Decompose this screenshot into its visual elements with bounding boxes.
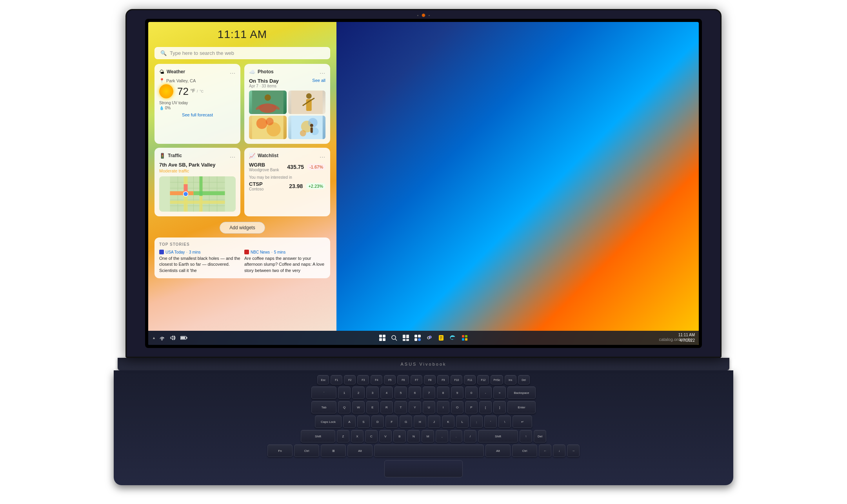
key-f[interactable]: F bbox=[385, 415, 398, 428]
key-f7[interactable]: F7 bbox=[411, 375, 422, 384]
key-arrow-left[interactable]: ← bbox=[539, 444, 551, 457]
key-0[interactable]: 0 bbox=[465, 386, 478, 399]
key-t[interactable]: T bbox=[394, 401, 407, 413]
key-arrow-right[interactable]: → bbox=[567, 444, 580, 457]
key-enter-2[interactable]: ↵ bbox=[513, 415, 532, 428]
key-s[interactable]: S bbox=[357, 415, 370, 428]
store-button[interactable] bbox=[460, 333, 469, 343]
key-k[interactable]: K bbox=[442, 415, 454, 428]
key-f11[interactable]: F11 bbox=[464, 375, 476, 384]
key-9[interactable]: 9 bbox=[451, 386, 463, 399]
key-8[interactable]: 8 bbox=[437, 386, 449, 399]
key-u[interactable]: U bbox=[423, 401, 435, 413]
key-backtick[interactable]: ` bbox=[311, 386, 336, 399]
key-d[interactable]: D bbox=[371, 415, 384, 428]
taskview-button[interactable] bbox=[401, 333, 411, 343]
key-shift-right[interactable]: Shift bbox=[478, 430, 518, 442]
start-button[interactable] bbox=[378, 333, 387, 343]
key-1[interactable]: 1 bbox=[338, 386, 351, 399]
taskbar-search-button[interactable] bbox=[389, 333, 399, 343]
key-c[interactable]: C bbox=[365, 430, 378, 442]
photo-thumb-1[interactable] bbox=[249, 91, 287, 114]
traffic-more-button[interactable]: ... bbox=[230, 152, 236, 159]
key-backslash[interactable]: \ bbox=[498, 415, 511, 428]
key-delete-2[interactable]: Del bbox=[534, 430, 546, 442]
notes-button[interactable] bbox=[436, 333, 446, 343]
search-bar[interactable]: 🔍 Type here to search the web bbox=[154, 47, 330, 59]
key-shift-left[interactable]: Shift bbox=[301, 430, 335, 442]
key-i[interactable]: I bbox=[437, 401, 449, 413]
key-minus[interactable]: - bbox=[479, 386, 492, 399]
key-v[interactable]: V bbox=[379, 430, 392, 442]
key-w[interactable]: W bbox=[352, 401, 365, 413]
watchlist-more-button[interactable]: ... bbox=[320, 152, 325, 159]
edge-browser-button[interactable] bbox=[448, 333, 458, 343]
photos-more-button[interactable]: ... bbox=[320, 69, 325, 75]
key-insert[interactable]: Ins bbox=[505, 375, 516, 384]
key-l[interactable]: L bbox=[456, 415, 469, 428]
touchpad[interactable] bbox=[384, 460, 463, 477]
photo-thumb-2[interactable] bbox=[288, 91, 326, 114]
story-item-2[interactable]: NBC News · 5 mins Are coffee naps the an… bbox=[244, 250, 325, 274]
key-f8[interactable]: F8 bbox=[424, 375, 436, 384]
key-2[interactable]: 2 bbox=[352, 386, 365, 399]
key-p[interactable]: P bbox=[465, 401, 478, 413]
key-q[interactable]: Q bbox=[338, 401, 351, 413]
key-f1[interactable]: F1 bbox=[331, 375, 342, 384]
key-f3[interactable]: F3 bbox=[357, 375, 369, 384]
volume-icon[interactable] bbox=[168, 333, 178, 343]
key-space[interactable] bbox=[374, 444, 484, 457]
key-arrow-up[interactable]: ↑ bbox=[520, 430, 532, 442]
key-alt-right[interactable]: Alt bbox=[485, 444, 511, 457]
photo-thumb-4[interactable] bbox=[288, 116, 326, 139]
key-f5[interactable]: F5 bbox=[384, 375, 396, 384]
key-rbracket[interactable]: ] bbox=[493, 401, 506, 413]
key-fn[interactable]: Fn bbox=[267, 444, 293, 457]
key-4[interactable]: 4 bbox=[380, 386, 393, 399]
key-g[interactable]: G bbox=[400, 415, 412, 428]
key-f2[interactable]: F2 bbox=[344, 375, 356, 384]
key-h[interactable]: H bbox=[414, 415, 426, 428]
weather-more-button[interactable]: ... bbox=[230, 69, 236, 75]
add-widgets-button[interactable]: Add widgets bbox=[220, 222, 265, 234]
key-equals[interactable]: = bbox=[493, 386, 506, 399]
key-n[interactable]: N bbox=[407, 430, 420, 442]
key-f4[interactable]: F4 bbox=[371, 375, 382, 384]
key-f6[interactable]: F6 bbox=[397, 375, 409, 384]
key-3[interactable]: 3 bbox=[366, 386, 379, 399]
key-period[interactable]: . bbox=[450, 430, 462, 442]
wifi-icon[interactable] bbox=[157, 333, 167, 343]
photos-see-all-link[interactable]: See all bbox=[312, 78, 325, 83]
key-e[interactable]: E bbox=[366, 401, 379, 413]
key-semicolon[interactable]: ; bbox=[470, 415, 483, 428]
key-r[interactable]: R bbox=[380, 401, 393, 413]
key-prtscr[interactable]: PrtSc bbox=[491, 375, 503, 384]
key-6[interactable]: 6 bbox=[409, 386, 421, 399]
key-delete[interactable]: Del bbox=[518, 375, 530, 384]
key-7[interactable]: 7 bbox=[423, 386, 435, 399]
key-f10[interactable]: F10 bbox=[451, 375, 462, 384]
taskbar-notification-arrow[interactable]: ▲ bbox=[152, 336, 156, 340]
key-a[interactable]: A bbox=[343, 415, 356, 428]
key-5[interactable]: 5 bbox=[394, 386, 407, 399]
key-j[interactable]: J bbox=[428, 415, 440, 428]
key-tab[interactable]: Tab bbox=[311, 401, 336, 413]
key-capslock[interactable]: Caps Lock bbox=[315, 415, 342, 428]
key-quote[interactable]: ' bbox=[484, 415, 497, 428]
key-f12[interactable]: F12 bbox=[477, 375, 489, 384]
key-lbracket[interactable]: [ bbox=[479, 401, 492, 413]
key-arrow-down[interactable]: ↓ bbox=[553, 444, 565, 457]
widgets-button[interactable] bbox=[413, 333, 422, 343]
key-z[interactable]: Z bbox=[337, 430, 349, 442]
key-slash[interactable]: / bbox=[464, 430, 476, 442]
key-enter[interactable]: Enter bbox=[507, 401, 536, 413]
key-m[interactable]: M bbox=[422, 430, 434, 442]
story-item-1[interactable]: USA Today · 3 mins One of the smallest b… bbox=[159, 250, 240, 274]
key-esc[interactable]: Esc bbox=[317, 375, 329, 384]
key-x[interactable]: X bbox=[351, 430, 364, 442]
key-ctrl-right[interactable]: Ctrl bbox=[512, 444, 537, 457]
key-f9[interactable]: F9 bbox=[437, 375, 449, 384]
photo-thumb-3[interactable] bbox=[249, 116, 287, 139]
key-o[interactable]: O bbox=[451, 401, 463, 413]
forecast-link[interactable]: See full forecast bbox=[159, 112, 236, 117]
